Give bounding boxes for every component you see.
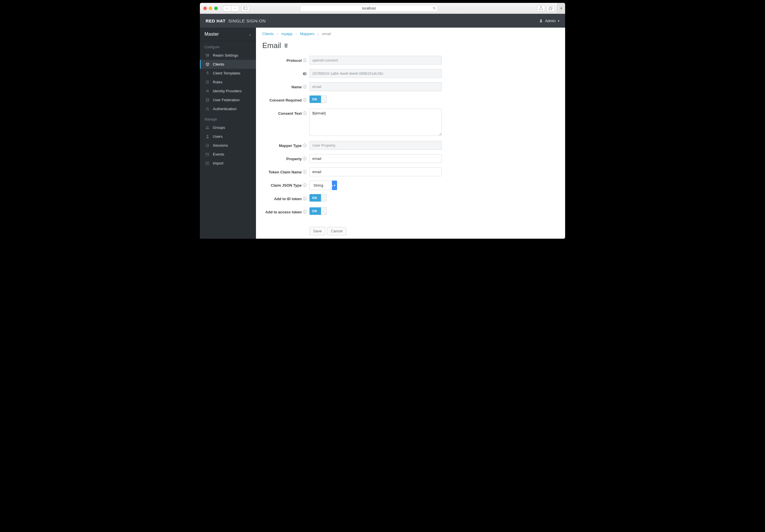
label-consent-text: Consent Text [279, 111, 302, 116]
reload-icon[interactable]: ↻ [433, 6, 436, 10]
sidebar-item-roles[interactable]: Roles [200, 78, 256, 87]
token-claim-name-input[interactable] [310, 167, 442, 176]
sidebar-item-authentication[interactable]: Authentication [200, 104, 256, 113]
user-icon [539, 19, 543, 22]
help-icon[interactable]: ⓘ [303, 58, 307, 63]
property-input[interactable] [310, 154, 442, 163]
chevron-right-icon: » [318, 32, 319, 36]
help-icon[interactable]: ⓘ [303, 196, 307, 201]
mapper-form: Protocolⓘ ID Nameⓘ Consent Requi [261, 56, 559, 235]
breadcrumb-clients[interactable]: Clients [262, 32, 274, 36]
help-icon[interactable]: ⓘ [303, 111, 307, 116]
lock-icon [205, 107, 209, 111]
section-configure-label: Configure [200, 41, 256, 51]
sidebar-item-groups[interactable]: Groups [200, 123, 256, 132]
toggle-on-label: ON [312, 98, 317, 101]
realm-selector[interactable]: Master ⌄ [200, 28, 256, 41]
address-bar[interactable]: localhost ↻ [300, 5, 438, 12]
app-topbar: RED HAT SINGLE SIGN-ON Admin ▾ [200, 14, 565, 28]
claim-json-type-select[interactable]: String [310, 181, 337, 190]
sidebar-item-label: Authentication [213, 107, 237, 111]
close-window-icon[interactable] [203, 7, 207, 10]
label-mapper-type: Mapper Type [279, 144, 302, 148]
import-icon [205, 162, 209, 165]
sidebar-item-label: User Federation [213, 98, 240, 102]
chevron-down-icon: ⌄ [249, 32, 251, 36]
forward-button[interactable]: › [231, 5, 239, 12]
sidebar-item-realm-settings[interactable]: Realm Settings [200, 51, 256, 60]
svg-point-4 [540, 20, 542, 21]
sidebar-item-import[interactable]: Import [200, 159, 256, 168]
brand-bold: RED HAT [206, 18, 226, 23]
app-root: RED HAT SINGLE SIGN-ON Admin ▾ Master ⌄ [200, 14, 565, 239]
label-name: Name [292, 85, 302, 89]
sidebar-item-events[interactable]: Events [200, 150, 256, 159]
share-button[interactable] [537, 5, 545, 12]
sidebar-toggle-button[interactable] [241, 5, 249, 12]
add-access-token-toggle[interactable]: ON [310, 207, 327, 215]
breadcrumb: Clients » myapp » Mappers » email [262, 32, 559, 36]
breadcrumb-client-name[interactable]: myapp [281, 32, 293, 36]
help-icon[interactable]: ⓘ [303, 143, 307, 148]
help-icon[interactable]: ⓘ [303, 209, 307, 215]
user-menu[interactable]: Admin ▾ [539, 19, 559, 23]
tabs-button[interactable] [547, 5, 555, 12]
exchange-icon [205, 89, 209, 93]
back-button[interactable]: ‹ [223, 5, 231, 12]
help-icon[interactable]: ⓘ [303, 84, 307, 89]
cube-icon [205, 62, 209, 66]
new-tab-button[interactable]: + [557, 3, 565, 14]
section-manage-label: Manage [200, 113, 256, 123]
breadcrumb-mappers[interactable]: Mappers [300, 32, 315, 36]
sidebar-item-identity-providers[interactable]: Identity Providers [200, 87, 256, 96]
svg-rect-15 [206, 109, 209, 110]
database-icon [205, 98, 209, 102]
page-title: Email [262, 41, 559, 50]
url-text: localhost [362, 6, 376, 10]
sidebar-item-user-federation[interactable]: User Federation [200, 96, 256, 104]
trash-icon[interactable] [284, 43, 288, 48]
help-icon[interactable]: ⓘ [303, 156, 307, 161]
sidebar-item-users[interactable]: Users [200, 132, 256, 141]
toggle-knob [321, 96, 327, 103]
label-id: ID [303, 72, 307, 76]
clock-icon [205, 144, 209, 147]
browser-window: ‹ › localhost ↻ + [200, 3, 565, 239]
browser-chrome: ‹ › localhost ↻ + [200, 3, 565, 14]
id-input [310, 69, 442, 78]
save-button[interactable]: Save [310, 227, 326, 235]
sidebar-item-label: Sessions [213, 143, 228, 148]
svg-rect-3 [550, 7, 552, 9]
svg-point-8 [206, 54, 207, 55]
cancel-button[interactable]: Cancel [327, 227, 346, 235]
help-icon[interactable]: ⓘ [303, 98, 307, 103]
toggle-on-label: ON [312, 196, 317, 200]
sidebar-item-label: Users [213, 134, 223, 139]
label-protocol: Protocol [287, 58, 302, 63]
svg-point-9 [207, 56, 208, 56]
sidebar-item-label: Client Templates [213, 71, 241, 75]
label-token-claim-name: Token Claim Name [269, 170, 302, 174]
minimize-window-icon[interactable] [209, 7, 212, 10]
toggle-on-label: ON [312, 209, 317, 213]
label-consent-required: Consent Required [270, 98, 302, 102]
zoom-window-icon[interactable] [214, 7, 218, 10]
sidebar-item-label: Events [213, 152, 224, 157]
mapper-type-input [310, 141, 442, 150]
help-icon[interactable]: ⓘ [303, 183, 307, 188]
user-icon [205, 135, 209, 138]
toggle-knob [321, 207, 327, 215]
sidebar-item-label: Realm Settings [213, 53, 238, 58]
help-icon[interactable]: ⓘ [303, 169, 307, 175]
sidebar-item-client-templates[interactable]: Client Templates [200, 69, 256, 78]
name-input [310, 82, 442, 91]
sidebar-item-label: Identity Providers [213, 89, 242, 93]
svg-point-14 [206, 98, 209, 99]
consent-required-toggle[interactable]: ON [310, 96, 327, 103]
sidebar-item-sessions[interactable]: Sessions [200, 141, 256, 150]
consent-text-textarea[interactable]: ${email} [310, 109, 442, 136]
sidebar-item-clients[interactable]: Clients [200, 60, 256, 69]
group-icon [205, 126, 209, 129]
sidebar-item-label: Roles [213, 80, 222, 84]
add-id-token-toggle[interactable]: ON [310, 194, 327, 202]
